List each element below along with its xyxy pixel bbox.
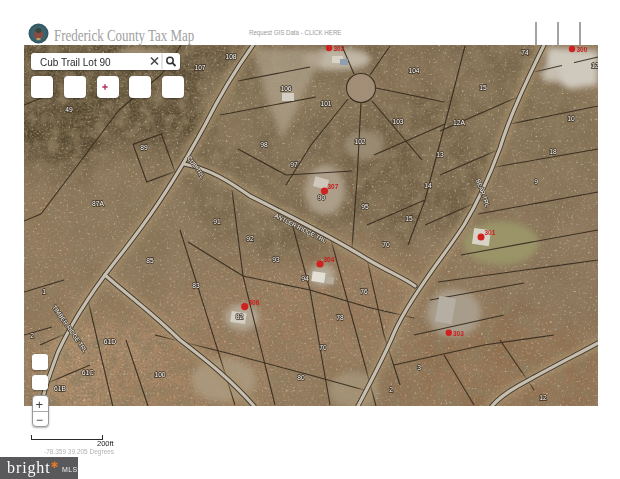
- svg-text:95: 95: [361, 203, 369, 210]
- svg-text:97: 97: [290, 161, 298, 168]
- svg-text:10: 10: [567, 115, 575, 122]
- svg-text:13: 13: [436, 151, 444, 158]
- svg-text:106: 106: [280, 85, 291, 92]
- svg-text:302: 302: [334, 45, 345, 52]
- svg-text:87A: 87A: [92, 200, 104, 207]
- svg-text:93: 93: [272, 256, 280, 263]
- svg-text:70: 70: [382, 241, 390, 248]
- svg-text:12A: 12A: [453, 119, 465, 126]
- svg-text:89: 89: [140, 144, 148, 151]
- svg-text:61D: 61D: [104, 338, 116, 345]
- svg-text:104: 104: [408, 67, 419, 74]
- svg-text:12: 12: [539, 394, 547, 401]
- svg-text:103: 103: [392, 118, 403, 125]
- svg-text:101: 101: [320, 100, 331, 107]
- svg-text:14: 14: [424, 182, 432, 189]
- svg-text:98: 98: [260, 141, 268, 148]
- svg-text:2: 2: [389, 386, 393, 393]
- svg-text:76: 76: [360, 288, 368, 295]
- svg-text:61C: 61C: [82, 369, 94, 376]
- svg-text:107: 107: [194, 64, 205, 71]
- svg-text:301: 301: [485, 229, 496, 236]
- svg-text:91: 91: [213, 218, 221, 225]
- svg-text:9: 9: [534, 178, 538, 185]
- svg-text:306: 306: [249, 299, 260, 306]
- svg-text:70: 70: [319, 344, 327, 351]
- svg-text:304: 304: [324, 256, 335, 263]
- svg-text:80: 80: [297, 374, 305, 381]
- svg-text:108: 108: [225, 53, 236, 60]
- svg-text:85: 85: [146, 257, 154, 264]
- svg-text:61B: 61B: [54, 385, 66, 392]
- svg-text:94: 94: [301, 275, 309, 282]
- svg-text:3: 3: [417, 364, 421, 371]
- svg-text:307: 307: [328, 183, 339, 190]
- svg-text:49: 49: [65, 106, 73, 113]
- svg-text:100: 100: [154, 371, 165, 378]
- svg-text:82: 82: [236, 313, 244, 320]
- svg-text:12: 12: [591, 62, 598, 69]
- svg-text:83: 83: [192, 282, 200, 289]
- svg-text:90: 90: [318, 194, 326, 201]
- svg-text:18: 18: [549, 148, 557, 155]
- svg-text:15: 15: [479, 84, 487, 91]
- svg-text:102: 102: [354, 138, 365, 145]
- svg-text:300: 300: [577, 46, 588, 53]
- svg-text:1: 1: [42, 288, 46, 295]
- svg-text:15: 15: [405, 215, 413, 222]
- svg-text:92: 92: [246, 235, 254, 242]
- svg-text:303: 303: [453, 330, 464, 337]
- svg-text:74: 74: [521, 49, 529, 56]
- svg-text:2: 2: [30, 332, 34, 339]
- svg-text:78: 78: [336, 314, 344, 321]
